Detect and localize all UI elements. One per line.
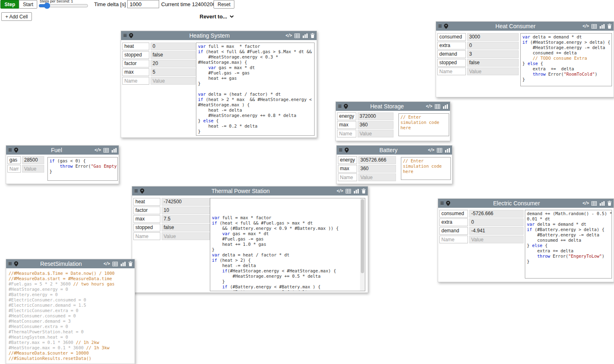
chart-view-icon[interactable] [303, 34, 308, 38]
property-value-cell[interactable]: 0 [469, 218, 524, 226]
panel-header-drag[interactable]: ≡ Electric Consumer </> [438, 199, 614, 208]
new-property-name-input[interactable] [7, 165, 21, 173]
code-editor[interactable]: demand += (Math.random() - 0.5) *0.01 * … [525, 210, 612, 279]
chart-view-icon[interactable] [443, 104, 448, 109]
property-name-cell[interactable]: factor [122, 60, 149, 67]
new-property-name-input[interactable] [133, 232, 160, 240]
location-pin-icon[interactable] [140, 189, 144, 194]
table-view-icon[interactable] [437, 148, 442, 153]
location-pin-icon[interactable] [14, 148, 18, 153]
code-scrollbar[interactable] [360, 198, 365, 291]
property-name-cell[interactable]: max [337, 121, 356, 129]
property-value-cell[interactable]: -5726.666 [469, 210, 524, 218]
chart-view-icon[interactable] [600, 24, 605, 29]
menu-icon[interactable]: ≡ [8, 147, 12, 153]
menu-icon[interactable]: ≡ [8, 261, 12, 267]
scrollbar-thumb[interactable] [361, 199, 364, 273]
panel-header-drag[interactable]: ≡ Fuel </> [6, 146, 119, 155]
panel-header-drag[interactable]: ≡ ResetSimulation </> [6, 259, 135, 268]
property-value-cell[interactable]: 10 [162, 207, 210, 214]
menu-icon[interactable]: ≡ [339, 147, 342, 153]
trash-icon[interactable] [362, 189, 366, 193]
property-value-cell[interactable]: false [162, 224, 210, 231]
property-value-cell[interactable]: -742500 [162, 198, 210, 206]
panel-header-drag[interactable]: ≡ Heat Consumer </> [436, 22, 614, 31]
steps-per-second-slider[interactable] [38, 3, 88, 9]
time-delta-input[interactable] [127, 0, 159, 8]
code-editor[interactable]: var full = max * factorif (heat < full &… [210, 198, 365, 291]
property-value-cell[interactable]: -4.941 [469, 227, 524, 235]
property-name-cell[interactable]: consumed [437, 33, 466, 41]
property-name-cell[interactable]: max [338, 165, 357, 173]
chart-view-icon[interactable] [354, 189, 359, 193]
chart-view-icon[interactable] [445, 148, 450, 153]
property-name-cell[interactable]: max [133, 215, 160, 223]
property-value-cell[interactable]: 305726.666 [358, 156, 396, 164]
chart-view-icon[interactable] [600, 201, 605, 206]
location-pin-icon[interactable] [14, 261, 18, 267]
chart-view-icon[interactable] [121, 262, 126, 266]
property-value-cell[interactable]: 0 [151, 43, 196, 50]
location-pin-icon[interactable] [344, 104, 348, 109]
property-value-cell[interactable]: false [467, 59, 519, 67]
property-name-cell[interactable]: demand [437, 50, 466, 58]
table-view-icon[interactable] [592, 201, 597, 206]
new-property-name-input[interactable] [338, 173, 357, 181]
table-view-icon[interactable] [592, 24, 597, 29]
panel-header-drag[interactable]: ≡ Heating System </> [121, 31, 317, 40]
trash-icon[interactable] [310, 33, 315, 38]
code-editor[interactable]: var delta = demand * dtif (#HeatStorage.… [520, 33, 612, 86]
new-property-name-input[interactable] [437, 67, 466, 75]
table-view-icon[interactable] [346, 189, 351, 193]
location-pin-icon[interactable] [444, 24, 448, 29]
code-editor[interactable]: // Entersimulation codehere [398, 113, 449, 136]
code-view-icon[interactable]: </> [103, 262, 110, 266]
revert-dropdown[interactable]: Revert to... [200, 13, 234, 20]
property-value-cell[interactable]: 5 [151, 68, 196, 76]
panel-header-drag[interactable]: ≡ Heat Storage </> [336, 102, 450, 111]
property-name-cell[interactable]: extra [437, 42, 466, 49]
new-property-name-input[interactable] [439, 236, 468, 243]
menu-icon[interactable]: ≡ [338, 103, 342, 110]
property-value-cell[interactable]: 28500 [22, 156, 44, 164]
property-value-cell[interactable]: 3000 [467, 33, 519, 41]
new-property-value-input[interactable] [469, 236, 524, 243]
property-name-cell[interactable]: extra [439, 218, 468, 226]
property-name-cell[interactable]: heat [133, 198, 160, 206]
code-view-icon[interactable]: </> [286, 34, 292, 38]
new-property-value-input[interactable] [22, 165, 44, 173]
code-editor[interactable]: if (gas < 0) { throw Error("Gas Empty")} [47, 157, 118, 181]
code-view-icon[interactable]: </> [428, 148, 434, 152]
property-name-cell[interactable]: consumed [439, 210, 468, 218]
code-view-icon[interactable]: </> [337, 189, 343, 193]
reset-button[interactable]: Reset [214, 0, 234, 9]
new-property-value-input[interactable] [162, 232, 210, 240]
property-value-cell[interactable]: 360 [358, 165, 396, 173]
code-view-icon[interactable]: </> [583, 201, 589, 205]
property-name-cell[interactable]: gas [7, 156, 21, 164]
property-name-cell[interactable]: energy [337, 112, 356, 120]
property-value-cell[interactable]: 0 [467, 42, 519, 49]
trash-icon[interactable] [607, 24, 612, 29]
table-view-icon[interactable] [295, 34, 300, 38]
menu-icon[interactable]: ≡ [438, 23, 442, 29]
menu-icon[interactable]: ≡ [440, 200, 444, 207]
panel-header-drag[interactable]: ≡ Thermal Power Station </> [132, 186, 368, 195]
new-property-value-input[interactable] [358, 130, 394, 137]
property-value-cell[interactable]: 360 [358, 121, 394, 129]
panel-header-drag[interactable]: ≡ Battery </> [337, 146, 452, 155]
property-name-cell[interactable]: factor [133, 207, 160, 214]
code-editor[interactable]: var full = max * factorif (heat < full &… [196, 43, 315, 136]
code-view-icon[interactable]: </> [426, 104, 432, 108]
table-view-icon[interactable] [103, 148, 109, 153]
property-name-cell[interactable]: demand [439, 227, 468, 235]
property-name-cell[interactable]: stopped [133, 224, 160, 231]
location-pin-icon[interactable] [446, 201, 450, 206]
step-button[interactable]: Step [0, 0, 19, 9]
menu-icon[interactable]: ≡ [134, 188, 138, 194]
property-name-cell[interactable]: energy [338, 156, 357, 164]
trash-icon[interactable] [128, 261, 133, 266]
property-value-cell[interactable]: 20 [151, 60, 196, 67]
trash-icon[interactable] [607, 201, 612, 206]
start-button[interactable]: Start [19, 0, 37, 9]
